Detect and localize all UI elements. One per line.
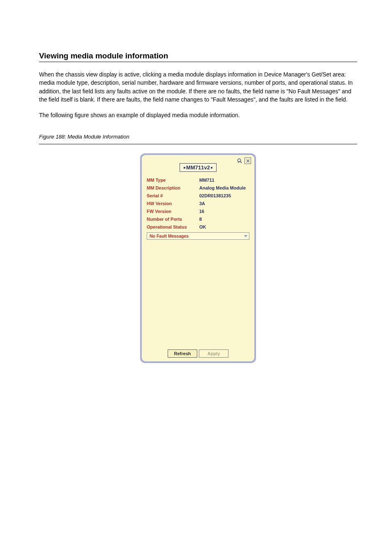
kv-row: MM Type MM711: [147, 176, 249, 184]
kv-value: 3A: [199, 201, 205, 206]
kv-value: 8: [199, 217, 202, 222]
fault-messages-label: No Fault Messages: [150, 234, 189, 238]
figure-caption: Figure 188: Media Module Information: [39, 134, 357, 140]
figure-wrap: MM711v2 MM Type MM711 MM Description Ana…: [39, 153, 357, 363]
kv-row: FW Version 16: [147, 207, 249, 215]
kv-value: OK: [199, 224, 206, 229]
kv-label: MM Description: [147, 185, 199, 190]
kv-label: MM Type: [147, 178, 199, 183]
kv-list: MM Type MM711 MM Description Analog Medi…: [142, 176, 254, 231]
info-panel: MM711v2 MM Type MM711 MM Description Ana…: [140, 153, 256, 363]
fault-messages-dropdown[interactable]: No Fault Messages: [147, 232, 249, 240]
figure-rule: [39, 144, 357, 144]
kv-value: 16: [199, 209, 204, 214]
kv-label: HW Version: [147, 201, 199, 206]
kv-row: HW Version 3A: [147, 199, 249, 207]
kv-row: MM Description Analog Media Module: [147, 184, 249, 192]
apply-button: Apply: [199, 349, 228, 358]
heading-rule: [39, 62, 357, 62]
title-dot-right: [211, 167, 212, 169]
refresh-button[interactable]: Refresh: [168, 349, 197, 358]
panel-title-text: MM711v2: [186, 164, 210, 171]
refresh-toggle-icon[interactable]: [236, 157, 243, 164]
kv-row: Operational Status OK: [147, 223, 249, 231]
section-heading: Viewing media module information: [39, 51, 357, 60]
kv-label: Operational Status: [147, 224, 199, 229]
kv-row: Number of Ports 8: [147, 215, 249, 223]
kv-row: Serial # 02DR01381235: [147, 192, 249, 199]
kv-label: Serial #: [147, 193, 199, 198]
panel-buttons: Refresh Apply: [142, 349, 254, 358]
title-dot-left: [184, 167, 185, 169]
kv-label: FW Version: [147, 209, 199, 214]
kv-value: Analog Media Module: [199, 185, 246, 190]
chevron-down-icon: [244, 235, 247, 237]
close-icon[interactable]: [244, 157, 251, 164]
svg-line-1: [240, 162, 241, 163]
kv-value: MM711: [199, 178, 214, 183]
panel-top-icons: [236, 157, 251, 164]
kv-label: Number of Ports: [147, 217, 199, 222]
panel-title-wrap: MM711v2: [142, 163, 254, 172]
info-panel-inner: MM711v2 MM Type MM711 MM Description Ana…: [142, 155, 254, 361]
body-paragraph-2: The following figure shows an example of…: [39, 111, 357, 119]
kv-value: 02DR01381235: [199, 193, 231, 198]
panel-title: MM711v2: [180, 163, 217, 172]
body-paragraph-1: When the chassis view display is active,…: [39, 70, 357, 104]
